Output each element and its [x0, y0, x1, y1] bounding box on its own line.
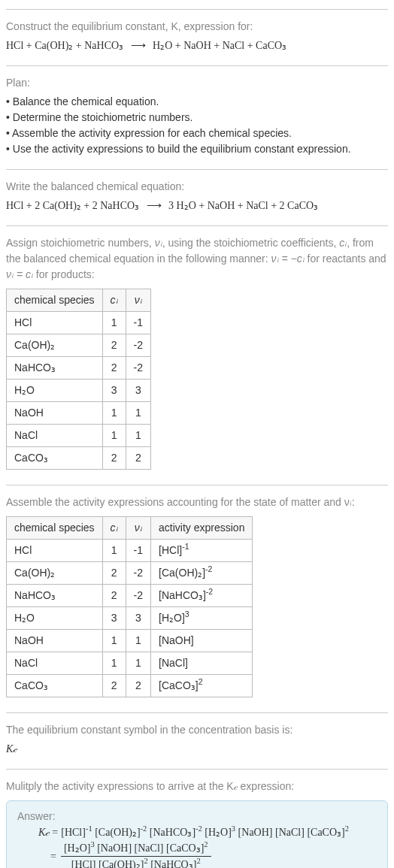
- term-base: [NaHCO₃]: [150, 859, 196, 868]
- assign-part: for products:: [33, 268, 95, 280]
- cell-activity: [H₂O]3: [151, 607, 253, 630]
- table-row: CaCO₃22[CaCO₃]2: [7, 675, 253, 697]
- term-exp: 3: [90, 840, 94, 848]
- relation-reactants: νᵢ = −cᵢ: [271, 253, 305, 265]
- cell-ci: 3: [102, 380, 126, 402]
- assign-part: Assign stoichiometric numbers,: [6, 237, 155, 249]
- assign-section: Assign stoichiometric numbers, νᵢ, using…: [6, 225, 388, 485]
- term-base: [HCl]: [71, 859, 96, 868]
- cell-ci: 3: [102, 607, 126, 630]
- term-base: [Ca(OH)₂]: [98, 859, 144, 868]
- answer-label: Answer:: [17, 809, 377, 824]
- cell-nui: -1: [126, 312, 150, 334]
- cell-species: H₂O: [7, 380, 103, 402]
- cell-species: NaCl: [7, 425, 103, 447]
- table-row: NaHCO₃2-2: [7, 357, 151, 380]
- activity-base: [NaHCO₃]: [159, 589, 206, 601]
- cell-activity: [HCl]-1: [151, 540, 253, 562]
- relation-products: νᵢ = cᵢ: [6, 268, 33, 280]
- activity-table: chemical species cᵢ νᵢ activity expressi…: [6, 516, 253, 697]
- cell-ci: 2: [102, 675, 126, 697]
- kc-symbol-text: The equilibrium constant symbol in the c…: [6, 722, 388, 738]
- cell-nui: 2: [126, 675, 150, 697]
- stoich-table: chemical species cᵢ νᵢ HCl1-1 Ca(OH)₂2-2…: [6, 289, 151, 470]
- table-header-row: chemical species cᵢ νᵢ activity expressi…: [7, 517, 253, 540]
- activity-section: Assemble the activity expressions accoun…: [6, 485, 388, 712]
- table-row: Ca(OH)₂2-2: [7, 334, 151, 357]
- activity-exp: -2: [206, 587, 213, 596]
- prompt-text: Construct the equilibrium constant, K, e…: [6, 19, 388, 35]
- cell-ci: 2: [102, 562, 126, 585]
- cell-ci: 1: [102, 312, 126, 334]
- term: [NaOH]: [238, 824, 273, 840]
- plan-list: Balance the chemical equation. Determine…: [6, 94, 388, 157]
- equals-sign: =: [52, 824, 58, 840]
- activity-base: [NaCl]: [159, 657, 188, 669]
- activity-base: [NaOH]: [159, 634, 194, 646]
- table-row: H₂O33[H₂O]3: [7, 607, 253, 630]
- col-nui: νᵢ: [126, 517, 150, 540]
- table-row: HCl1-1[HCl]-1: [7, 540, 253, 562]
- cell-species: NaOH: [7, 630, 103, 652]
- cell-species: HCl: [7, 540, 103, 562]
- term-exp: 2: [345, 824, 349, 833]
- cell-ci: 1: [102, 652, 126, 675]
- reaction-arrow-icon: ⟶: [147, 198, 162, 213]
- balanced-section: Write the balanced chemical equation: HC…: [6, 169, 388, 225]
- denominator: [HCl] [Ca(OH)₂]2 [NaHCO₃]2: [61, 857, 211, 868]
- cell-species: HCl: [7, 312, 103, 334]
- plan-item: Assemble the activity expression for eac…: [6, 126, 388, 141]
- cell-nui: 1: [126, 652, 150, 675]
- col-nui: νᵢ: [126, 289, 150, 312]
- activity-base: [CaCO₃]: [159, 679, 199, 691]
- kc-expanded: K𝒸 = [HCl]-1 [Ca(OH)₂]-2 [NaHCO₃]-2 [H₂O…: [38, 824, 377, 840]
- plan-item: Use the activity expressions to build th…: [6, 141, 388, 157]
- term-base: [NaHCO₃]: [150, 827, 195, 838]
- plan-section: Plan: Balance the chemical equation. Det…: [6, 65, 388, 169]
- term: [NaOH]: [97, 842, 132, 854]
- cell-activity: [NaOH]: [151, 630, 253, 652]
- col-species: chemical species: [7, 289, 103, 312]
- term-exp: 2: [196, 857, 200, 865]
- multiply-text: Mulitply the activity expressions to arr…: [6, 779, 388, 794]
- cell-activity: [CaCO₃]2: [151, 675, 253, 697]
- cell-ci: 1: [102, 402, 126, 425]
- term: [NaHCO₃]2: [150, 859, 200, 868]
- cell-nui: 1: [126, 630, 150, 652]
- cell-activity: [NaCl]: [151, 652, 253, 675]
- term: [NaCl]: [135, 842, 164, 854]
- cell-nui: 1: [126, 402, 150, 425]
- cell-ci: 2: [102, 447, 126, 470]
- activity-exp: -1: [182, 542, 189, 551]
- kc-fraction: = [H₂O]3 [NaOH] [NaCl] [CaCO₃]2 [HCl] [C…: [47, 840, 377, 868]
- cell-nui: 3: [126, 380, 150, 402]
- table-row: NaCl11[NaCl]: [7, 652, 253, 675]
- table-row: H₂O33: [7, 380, 151, 402]
- plan-item: Balance the chemical equation.: [6, 94, 388, 110]
- term: [H₂O]3: [64, 842, 95, 854]
- cell-activity: [Ca(OH)₂]-2: [151, 562, 253, 585]
- term-base: [CaCO₃]: [166, 842, 204, 854]
- kc-var: K𝒸: [38, 824, 49, 840]
- cell-ci: 1: [102, 630, 126, 652]
- table-header-row: chemical species cᵢ νᵢ: [7, 289, 151, 312]
- activity-base: [H₂O]: [159, 612, 185, 624]
- term-base: [H₂O]: [64, 842, 91, 854]
- col-activity: activity expression: [151, 517, 253, 540]
- cell-species: CaCO₃: [7, 447, 103, 470]
- cell-nui: -2: [126, 585, 150, 607]
- cell-species: CaCO₃: [7, 675, 103, 697]
- cell-activity: [NaHCO₃]-2: [151, 585, 253, 607]
- cell-species: Ca(OH)₂: [7, 562, 103, 585]
- term-base: [CaCO₃]: [307, 827, 344, 838]
- table-row: NaHCO₃2-2[NaHCO₃]-2: [7, 585, 253, 607]
- prompt-section: Construct the equilibrium constant, K, e…: [6, 9, 388, 65]
- term-base: [NaCl]: [275, 827, 305, 838]
- term: [Ca(OH)₂]-2: [95, 824, 147, 840]
- assign-text: Assign stoichiometric numbers, νᵢ, using…: [6, 235, 388, 283]
- balanced-lhs: HCl + 2 Ca(OH)₂ + 2 NaHCO₃: [6, 200, 139, 211]
- cell-species: NaCl: [7, 652, 103, 675]
- balanced-equation: HCl + 2 Ca(OH)₂ + 2 NaHCO₃ ⟶ 3 H₂O + NaO…: [6, 198, 388, 213]
- activity-exp: 3: [185, 609, 189, 618]
- col-ci: cᵢ: [102, 517, 126, 540]
